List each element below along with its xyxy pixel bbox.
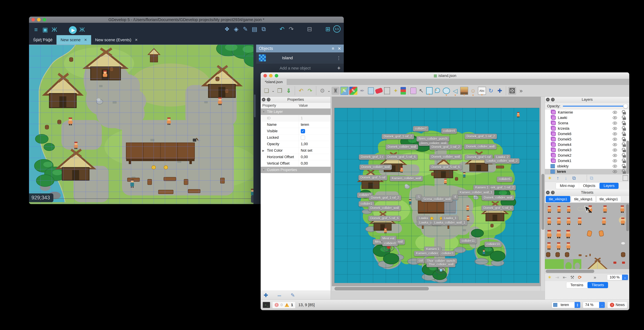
td-dice-icon[interactable]	[508, 87, 516, 95]
td-redo-icon[interactable]	[306, 87, 314, 95]
object-label[interactable]: Domek_graf_5 raf_6	[430, 164, 462, 170]
unlocked-padlock-icon[interactable]	[623, 134, 626, 136]
object-label[interactable]: col	[417, 258, 425, 264]
gd-layers-icon[interactable]	[260, 25, 268, 33]
td-layerfill-icon[interactable]	[400, 87, 406, 95]
object-label[interactable]: Domek_graf_1 raf_2	[430, 144, 462, 150]
unlocked-padlock-icon[interactable]	[623, 171, 626, 174]
tileset-horizontal-scrollbar[interactable]	[545, 269, 629, 273]
ts-chev-icon[interactable]	[592, 274, 598, 281]
tileset-tab[interactable]: tile_vikings1	[546, 196, 570, 202]
visibility-eye-icon[interactable]	[613, 132, 617, 135]
ts-add-icon[interactable]	[546, 274, 553, 281]
layer-row[interactable]: Domek5	[545, 137, 629, 142]
map-vertical-scrollbar[interactable]	[541, 97, 545, 291]
gd-props-icon[interactable]	[251, 25, 258, 33]
tileset-grid[interactable]	[545, 203, 629, 273]
layer-row[interactable]: Lawki	[545, 115, 629, 120]
object-label[interactable]: Domek_graf_1 raf_2	[464, 134, 497, 139]
td-sep[interactable]	[408, 86, 408, 95]
dock-tab[interactable]: Mini-map	[556, 183, 579, 189]
td-undo-icon[interactable]	[297, 87, 305, 95]
td-polyedit-icon[interactable]	[417, 87, 425, 95]
layer-row[interactable]: Domek2	[545, 153, 629, 158]
document-tab[interactable]: *island.json	[261, 79, 287, 85]
td-stamp-icon[interactable]	[332, 87, 340, 95]
kebab-menu-icon[interactable]: ⋮	[336, 55, 341, 61]
pf-add-icon[interactable]	[263, 292, 269, 298]
layer-list-scrollbar[interactable]	[626, 141, 629, 174]
property-row[interactable]: ID 1✓	[261, 115, 330, 121]
tileset-scrollbar[interactable]	[626, 204, 629, 231]
property-row[interactable]: Opacity 1,00✓	[261, 141, 330, 147]
property-row[interactable]: Custom Properties ✓	[261, 167, 330, 173]
editor-tab[interactable]: New scene (Events) ✕	[91, 35, 142, 44]
object-label[interactable]: Domek_collider_wall	[430, 154, 462, 160]
gd-groups-icon[interactable]	[232, 25, 240, 33]
object-label[interactable]: collider6	[497, 177, 512, 182]
td-terrain-icon[interactable]	[349, 87, 358, 95]
property-row[interactable]: Horizontal Offset 0,00✓	[261, 154, 330, 160]
unlocked-padlock-icon[interactable]	[623, 150, 626, 152]
td-sep[interactable]	[316, 86, 316, 95]
td-shape-point-icon[interactable]	[434, 87, 442, 95]
layer-row[interactable]: obiekty	[545, 164, 629, 169]
object-label[interactable]: Domek_graf_5 raf_6	[482, 205, 514, 211]
layer-row[interactable]: Scena	[545, 120, 629, 126]
td-eraser-icon[interactable]	[375, 87, 383, 94]
object-label[interactable]: Domek_collider_wall	[482, 195, 514, 200]
ts-import-icon[interactable]	[554, 274, 560, 281]
gd-grid-icon[interactable]	[324, 25, 332, 33]
object-label[interactable]: Meat eat	[380, 236, 396, 241]
layer-row[interactable]: krzesla	[545, 126, 629, 131]
ts-refresh-icon[interactable]	[576, 274, 583, 281]
object-label[interactable]: Kamien_collider_wall	[390, 176, 423, 181]
scene-vertical-scrollbar[interactable]	[254, 44, 256, 204]
ts-trash-icon[interactable]	[584, 274, 591, 281]
ly-other-icon[interactable]	[588, 175, 595, 181]
visibility-eye-icon[interactable]	[613, 149, 617, 152]
td-nib-icon[interactable]	[358, 87, 366, 95]
visibility-eye-icon[interactable]	[613, 116, 617, 119]
gd-sep[interactable]	[315, 25, 322, 33]
object-label[interactable]: collider11	[460, 238, 477, 244]
chevron-down-icon[interactable]: ⌄	[599, 302, 605, 308]
visibility-eye-icon[interactable]	[613, 165, 617, 168]
td-chev-icon[interactable]	[517, 87, 525, 95]
ly-high-icon[interactable]	[623, 175, 628, 181]
td-wand-icon[interactable]	[392, 87, 400, 95]
gd-objects-icon[interactable]	[223, 25, 231, 33]
opacity-slider[interactable]	[563, 106, 627, 106]
dock-tab[interactable]: Terrains	[566, 282, 588, 288]
object-label[interactable]: 4	[452, 194, 458, 200]
td-stampmap-icon[interactable]	[340, 87, 348, 95]
object-label[interactable]: Thor_collider_wall	[426, 262, 456, 267]
object-label[interactable]: Scena_collider_wall	[421, 197, 452, 202]
scene-editor-canvas[interactable]: 929;343 Se	[29, 44, 256, 204]
object-label[interactable]: Domek_collider_wall	[464, 144, 497, 149]
layer-row[interactable]: Kamienie	[545, 110, 629, 115]
object-label[interactable]: Lawka_collider_wall_1	[432, 220, 467, 226]
add-object-row[interactable]: Add a new object +	[256, 63, 344, 73]
unlocked-padlock-icon[interactable]	[623, 144, 626, 147]
ts-export-icon[interactable]	[561, 274, 568, 281]
td-commands-icon[interactable]	[318, 87, 326, 95]
filter-icon[interactable]: ≡	[332, 46, 334, 51]
td-move-icon[interactable]	[496, 87, 504, 95]
ts-edit-icon[interactable]	[569, 274, 576, 281]
object-label[interactable]: Kamien 1	[473, 185, 490, 190]
pf-edit-icon[interactable]	[290, 292, 296, 298]
object-label[interactable]: Domek_graf_5 raf_6	[368, 216, 401, 221]
stepper-icon[interactable]: ▲▼	[574, 302, 580, 308]
unlocked-padlock-icon[interactable]	[623, 155, 626, 158]
layer-row[interactable]: Domek6	[545, 131, 629, 137]
unlocked-padlock-icon[interactable]	[623, 139, 626, 141]
object-label[interactable]: collider4	[441, 128, 457, 134]
tileset-tab[interactable]: tile_vikings1	[571, 196, 596, 202]
gd-undo-icon[interactable]	[278, 25, 286, 33]
map-horizontal-scrollbar[interactable]	[332, 286, 541, 291]
object-label[interactable]: collider7	[413, 126, 428, 131]
close-icon[interactable]: ✕	[338, 46, 341, 51]
td-rotate-icon[interactable]	[487, 87, 495, 95]
property-row[interactable]: Tint Color Not set✓	[261, 147, 330, 154]
